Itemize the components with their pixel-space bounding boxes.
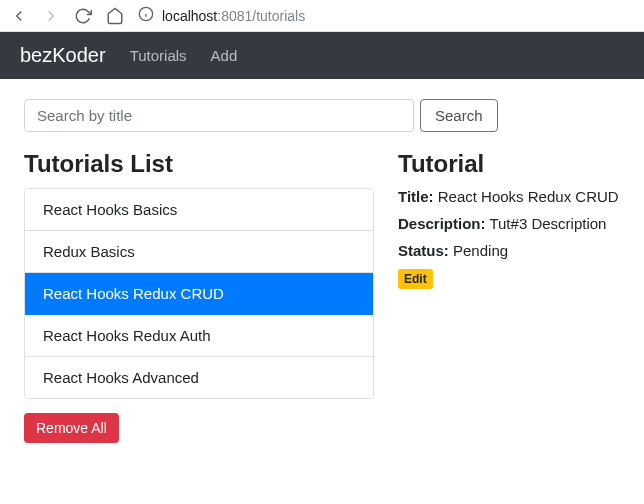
detail-description: Description: Tut#3 Description	[398, 215, 620, 232]
remove-all-button[interactable]: Remove All	[24, 413, 119, 443]
tutorials-list: React Hooks Basics Redux Basics React Ho…	[24, 188, 374, 399]
detail-title: Title: React Hooks Redux CRUD	[398, 188, 620, 205]
detail-status: Status: Pending	[398, 242, 620, 259]
search-row: Search	[24, 99, 620, 132]
list-item[interactable]: React Hooks Redux CRUD	[25, 273, 373, 315]
list-item[interactable]: Redux Basics	[25, 231, 373, 273]
reload-icon[interactable]	[74, 7, 92, 25]
navbar: bezKoder Tutorials Add	[0, 32, 644, 79]
list-item[interactable]: React Hooks Redux Auth	[25, 315, 373, 357]
back-icon[interactable]	[10, 7, 28, 25]
list-item[interactable]: React Hooks Basics	[25, 189, 373, 231]
url-text: localhost:8081/tutorials	[162, 8, 305, 24]
brand[interactable]: bezKoder	[20, 44, 106, 67]
nav-link-tutorials[interactable]: Tutorials	[130, 47, 187, 64]
forward-icon[interactable]	[42, 7, 60, 25]
home-icon[interactable]	[106, 7, 124, 25]
browser-toolbar: localhost:8081/tutorials	[0, 0, 644, 32]
detail-heading: Tutorial	[398, 150, 620, 178]
list-heading: Tutorials List	[24, 150, 374, 178]
address-bar[interactable]: localhost:8081/tutorials	[138, 6, 305, 25]
search-input[interactable]	[24, 99, 414, 132]
info-icon	[138, 6, 154, 25]
nav-link-add[interactable]: Add	[211, 47, 238, 64]
edit-button[interactable]: Edit	[398, 269, 433, 289]
search-button[interactable]: Search	[420, 99, 498, 132]
list-item[interactable]: React Hooks Advanced	[25, 357, 373, 398]
